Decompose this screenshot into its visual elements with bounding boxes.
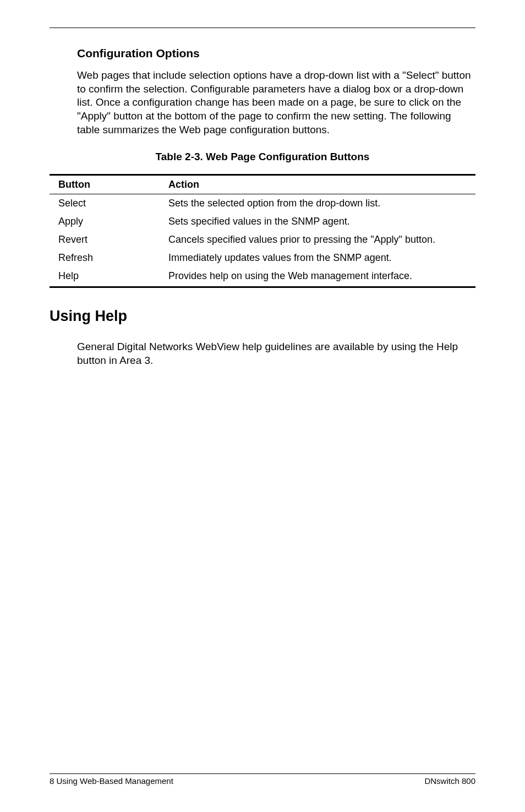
page-footer: 8 Using Web-Based Management DNswitch 80… [50,773,475,786]
table-cell-action: Provides help on using the Web managemen… [160,267,475,287]
table-row: Help Provides help on using the Web mana… [50,267,475,287]
using-help-heading: Using Help [50,308,475,325]
table-row: Apply Sets specified values in the SNMP … [50,212,475,231]
table-cell-button: Apply [50,212,160,231]
table-cell-action: Sets specified values in the SNMP agent. [160,212,475,231]
table-cell-action: Cancels specified values prior to pressi… [160,231,475,249]
footer-right: DNswitch 800 [424,776,475,786]
configuration-options-body: Web pages that include selection options… [77,69,475,137]
table-cell-action: Sets the selected option from the drop-d… [160,194,475,213]
top-horizontal-rule [50,28,475,28]
table-cell-button: Help [50,267,160,287]
table-cell-button: Revert [50,231,160,249]
config-buttons-table: Button Action Select Sets the selected o… [50,174,475,288]
table-row: Revert Cancels specified values prior to… [50,231,475,249]
table-cell-action: Immediately updates values from the SNMP… [160,249,475,267]
table-header-action: Action [160,175,475,194]
table-row: Select Sets the selected option from the… [50,194,475,213]
table-row: Refresh Immediately updates values from … [50,249,475,267]
table-cell-button: Select [50,194,160,213]
table-caption: Table 2-3. Web Page Configuration Button… [50,151,475,163]
table-cell-button: Refresh [50,249,160,267]
footer-rule [50,773,475,774]
configuration-options-heading: Configuration Options [77,47,475,60]
table-header-row: Button Action [50,175,475,194]
using-help-body: General Digital Networks WebView help gu… [77,340,475,367]
footer-left: 8 Using Web-Based Management [50,776,173,786]
table-header-button: Button [50,175,160,194]
